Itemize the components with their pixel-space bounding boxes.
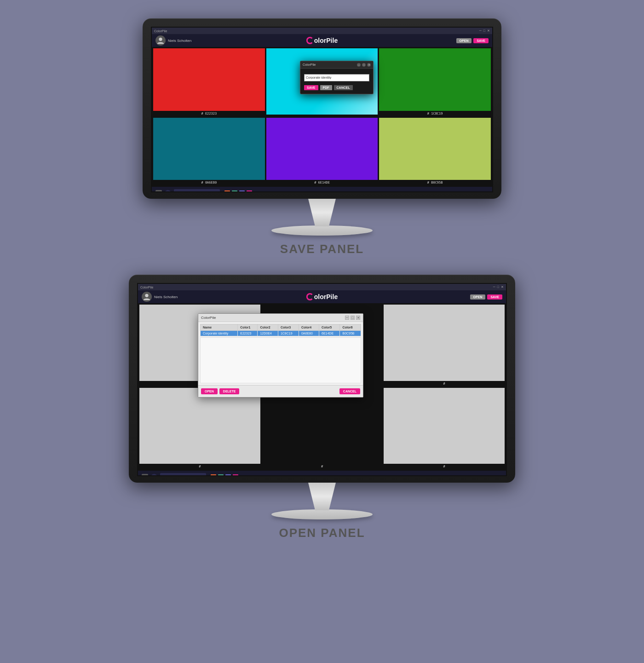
bottom-swatch-3 <box>139 388 260 464</box>
taskbar-search[interactable]: 🔍 Ask me anything <box>174 189 220 192</box>
save-dialog-actions: SAVE PDF CANCEL <box>304 85 369 90</box>
open-dialog-titlebar: ColorPile ─ □ ✕ <box>198 314 363 322</box>
save-dialog-body: SAVE PDF CANCEL <box>300 69 373 94</box>
bottom-color-cell-2[interactable]: # <box>384 305 505 386</box>
bottom-taskbar-app-files[interactable] <box>218 474 224 475</box>
open-button[interactable]: OPEN <box>456 38 472 43</box>
bottom-minimize-icon[interactable]: ─ <box>493 285 495 289</box>
bottom-monitor-screen: ColorPile ─ □ ✕ Niels Scholten <box>137 283 507 476</box>
taskbar-right: 2:10 PM 7/30/2015 <box>459 192 489 193</box>
bottom-taskbar-app-colorpile[interactable] <box>233 474 238 475</box>
top-monitor: ColorPile ─ □ ✕ Niels Scholten olorP <box>143 18 501 270</box>
taskbar-app-colorpile[interactable] <box>247 190 252 192</box>
color-cell-5[interactable]: # B0C95B <box>379 118 491 186</box>
bottom-user-name: Niels Scholten <box>154 295 178 299</box>
close-icon[interactable]: ✕ <box>487 29 490 33</box>
app-window-title: ColorPile <box>154 29 167 33</box>
maximize-icon[interactable]: □ <box>483 29 485 33</box>
open-dialog-minimize-icon[interactable]: ─ <box>345 316 349 320</box>
bottom-monitor-stand-neck <box>299 483 345 510</box>
bottom-label-5: # <box>384 464 505 469</box>
bottom-window-titlebar: ColorPile ─ □ ✕ <box>138 284 506 290</box>
avatar <box>155 35 166 46</box>
bottom-open-button[interactable]: OPEN <box>470 294 486 300</box>
bottom-label-4: # <box>262 464 383 469</box>
bottom-search-icon: 🔍 <box>162 475 167 476</box>
taskbar-app-icons <box>224 190 252 192</box>
bottom-logo-c-shape <box>306 293 314 300</box>
bottom-app-header: Niels Scholten olorPile OPEN SAVE <box>138 290 506 303</box>
bottom-maximize-icon[interactable]: □ <box>497 285 499 289</box>
open-dialog-content: Name Color1 Color2 Color3 Color4 Color5 … <box>198 322 363 385</box>
bottom-search-circle-icon[interactable]: ○ <box>151 474 157 475</box>
dialog-save-button[interactable]: SAVE <box>304 85 318 90</box>
monitor-stand-neck <box>299 199 345 226</box>
taskbar-time: 2:10 PM <box>459 192 471 193</box>
bottom-app-logo: olorPile <box>306 293 338 300</box>
color-cell-2[interactable]: # 1C8C19 <box>379 48 491 116</box>
color-swatch-3 <box>153 118 265 180</box>
color-swatch-0 <box>153 48 265 111</box>
row-color5: 6E14DE <box>319 331 339 336</box>
bottom-screen-inner: ColorPile ─ □ ✕ Niels Scholten <box>138 284 506 475</box>
save-button[interactable]: SAVE <box>473 38 489 43</box>
save-dialog-title: ColorPile <box>303 63 316 66</box>
taskbar-app-misc[interactable] <box>239 190 245 192</box>
dialog-close-icon[interactable]: ✕ <box>367 63 371 67</box>
user-section: Niels Scholten <box>155 35 191 46</box>
monitor-stand-base <box>271 225 373 236</box>
bottom-close-icon[interactable]: ✕ <box>501 285 504 289</box>
bottom-window-title: ColorPile <box>140 286 153 289</box>
color-label-0: # E22323 <box>153 111 265 116</box>
table-row[interactable]: Corporate identity E22323 12D0E4 1C8C19 … <box>201 331 361 336</box>
bottom-color-cell-4[interactable]: # <box>262 388 383 470</box>
col-header-color6: Color6 <box>340 324 361 331</box>
color-label-4: # 6E14DE <box>266 180 378 185</box>
dialog-minimize-icon[interactable]: ─ <box>357 63 361 67</box>
bottom-user-section: Niels Scholten <box>142 292 178 302</box>
dialog-cancel-button[interactable]: CANCEL <box>334 85 353 90</box>
row-name: Corporate identity <box>201 331 238 336</box>
bottom-color-cell-5[interactable]: # <box>384 388 505 470</box>
open-dialog: ColorPile ─ □ ✕ Name <box>198 313 363 398</box>
minimize-icon[interactable]: ─ <box>479 29 482 33</box>
open-dialog-close-icon[interactable]: ✕ <box>356 316 360 320</box>
bottom-swatch-2 <box>384 305 505 381</box>
dialog-pdf-button[interactable]: PDF <box>320 85 332 90</box>
open-dialog-open-button[interactable]: OPEN <box>201 388 218 394</box>
svg-point-0 <box>159 38 162 41</box>
open-dialog-maximize-icon[interactable]: □ <box>351 316 355 320</box>
top-monitor-screen: ColorPile ─ □ ✕ Niels Scholten olorP <box>151 27 493 192</box>
taskbar-app-files[interactable] <box>232 190 237 192</box>
row-color1: E22323 <box>238 331 258 336</box>
row-color4: 0A6E80 <box>299 331 319 336</box>
color-swatch-4 <box>266 118 378 180</box>
bottom-taskbar-app-misc[interactable] <box>225 474 231 475</box>
save-dialog-titlebar: ColorPile ─ □ ✕ <box>300 61 373 69</box>
search-circle-icon[interactable]: ○ <box>165 190 171 192</box>
bottom-monitor-bezel: ColorPile ─ □ ✕ Niels Scholten <box>129 275 515 483</box>
bottom-color-cell-3[interactable]: # <box>139 388 260 470</box>
svg-point-1 <box>145 294 148 297</box>
app-window-titlebar: ColorPile ─ □ ✕ <box>152 28 492 34</box>
taskbar-bottom: ⊞ ○ 🔍 Ask me anything 2:30 PM 7/30 <box>138 471 506 475</box>
open-dialog-controls: ─ □ ✕ <box>345 316 360 320</box>
row-color2: 12D0E4 <box>258 331 278 336</box>
open-dialog-delete-button[interactable]: DELETE <box>219 388 240 394</box>
windows-icon[interactable]: ⊞ <box>155 190 162 192</box>
col-header-name: Name <box>201 324 238 331</box>
color-label-1 <box>266 115 378 116</box>
bottom-windows-icon[interactable]: ⊞ <box>142 474 148 475</box>
color-cell-3[interactable]: # 0A6E80 <box>153 118 265 186</box>
color-cell-4[interactable]: # 6E14DE <box>266 118 378 186</box>
bottom-taskbar-app-ie[interactable] <box>211 474 216 475</box>
monitor-label-bottom: OPEN PANEL <box>279 526 365 540</box>
bottom-taskbar-search[interactable]: 🔍 Ask me anything <box>160 473 206 475</box>
color-cell-0[interactable]: # E22323 <box>153 48 265 116</box>
taskbar-app-ie[interactable] <box>224 190 230 192</box>
bottom-save-button[interactable]: SAVE <box>487 294 502 300</box>
open-dialog-title: ColorPile <box>201 316 216 320</box>
open-dialog-cancel-button[interactable]: CANCEL <box>339 388 360 394</box>
save-dialog-input[interactable] <box>304 74 369 81</box>
dialog-maximize-icon[interactable]: □ <box>362 63 366 67</box>
